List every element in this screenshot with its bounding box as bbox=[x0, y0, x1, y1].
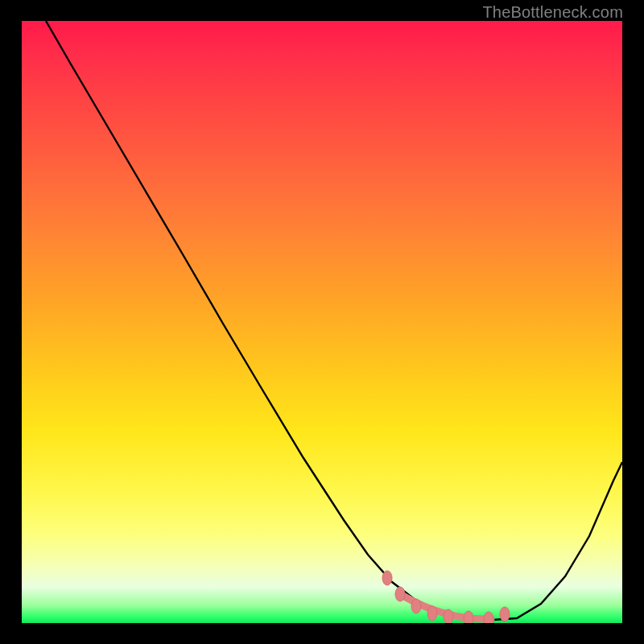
plot-area bbox=[22, 21, 622, 623]
chart-svg bbox=[22, 21, 622, 623]
marker-dot bbox=[382, 571, 392, 585]
marker-dot bbox=[500, 607, 510, 621]
chart-frame: TheBottleneck.com bbox=[0, 0, 644, 644]
bottleneck-curve bbox=[46, 21, 622, 620]
marker-dot bbox=[411, 599, 421, 613]
marker-dot bbox=[464, 611, 473, 623]
marker-dot bbox=[444, 609, 453, 623]
marker-dot bbox=[395, 587, 405, 601]
marker-dot bbox=[484, 612, 493, 623]
marker-dot bbox=[427, 606, 437, 621]
watermark-text: TheBottleneck.com bbox=[482, 3, 623, 22]
highlight-markers bbox=[382, 571, 510, 623]
